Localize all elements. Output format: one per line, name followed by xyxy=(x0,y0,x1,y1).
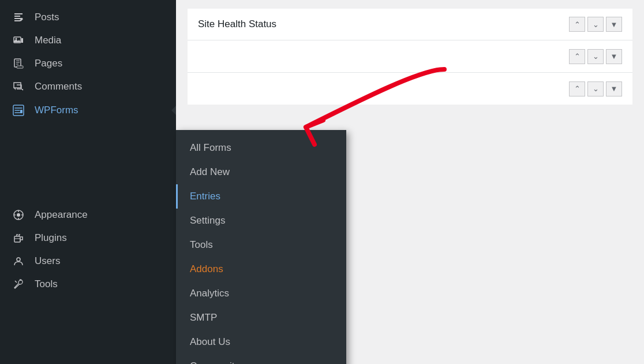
sidebar-item-wpforms[interactable]: WPForms xyxy=(0,98,176,122)
svg-rect-2 xyxy=(21,38,23,43)
submenu-item-community[interactable]: Community xyxy=(176,354,346,364)
widget-row-3: ⌃ ⌄ ▼ xyxy=(188,73,632,105)
users-icon xyxy=(10,255,27,267)
widget-row-site-health: Site Health Status ⌃ ⌄ ▼ xyxy=(188,9,632,40)
submenu-item-about-us[interactable]: About Us xyxy=(176,330,346,354)
sidebar-item-label-users: Users xyxy=(35,255,60,267)
widget-row-2: ⌃ ⌄ ▼ xyxy=(188,40,632,73)
widget2-move-up-btn[interactable]: ⌃ xyxy=(569,49,585,64)
widget-controls: ⌃ ⌄ ▼ xyxy=(569,17,622,32)
widget2-move-down-btn[interactable]: ⌄ xyxy=(587,49,604,64)
widget-move-up-btn[interactable]: ⌃ xyxy=(569,17,585,32)
svg-rect-6 xyxy=(20,110,23,113)
submenu-item-tools[interactable]: Tools xyxy=(176,233,346,257)
svg-rect-7 xyxy=(14,236,20,242)
appearance-icon xyxy=(10,209,27,221)
sidebar-item-label-appearance: Appearance xyxy=(35,209,88,221)
sidebar-item-label-tools: Tools xyxy=(35,278,58,290)
submenu-item-smtp[interactable]: SMTP xyxy=(176,306,346,330)
sidebar-item-label-plugins: Plugins xyxy=(35,232,67,244)
svg-rect-4 xyxy=(17,66,23,68)
sidebar-item-comments[interactable]: Comments xyxy=(0,75,176,98)
sidebar-item-label-pages: Pages xyxy=(35,58,62,69)
submenu-item-addons[interactable]: Addons xyxy=(176,257,346,281)
submenu-item-analytics[interactable]: Analytics xyxy=(176,281,346,306)
sidebar: Posts Media Pages xyxy=(0,0,176,364)
posts-icon xyxy=(10,12,27,23)
sidebar-item-media[interactable]: Media xyxy=(0,29,176,52)
widget-title-site-health: Site Health Status xyxy=(198,18,569,30)
sidebar-item-label-posts: Posts xyxy=(35,12,59,23)
widget3-toggle-btn[interactable]: ▼ xyxy=(606,81,622,96)
sidebar-item-plugins[interactable]: Plugins xyxy=(0,226,176,250)
submenu-item-add-new[interactable]: Add New xyxy=(176,160,346,184)
widget-toggle-btn[interactable]: ▼ xyxy=(606,17,622,32)
comments-icon xyxy=(10,81,27,92)
widget-controls-3: ⌃ ⌄ ▼ xyxy=(569,81,622,96)
sidebar-item-label-comments: Comments xyxy=(35,81,82,92)
widget3-move-up-btn[interactable]: ⌃ xyxy=(569,81,585,96)
plugins-icon xyxy=(10,232,27,244)
sidebar-item-posts[interactable]: Posts xyxy=(0,6,176,29)
widget3-move-down-btn[interactable]: ⌄ xyxy=(587,81,604,96)
svg-point-8 xyxy=(17,258,20,261)
tools-icon xyxy=(10,278,27,290)
widget2-toggle-btn[interactable]: ▼ xyxy=(606,49,622,64)
submenu-item-entries[interactable]: Entries xyxy=(176,184,346,209)
wpforms-icon xyxy=(10,104,27,117)
submenu-arrow xyxy=(171,106,176,115)
media-icon xyxy=(10,35,27,46)
sidebar-item-label-wpforms: WPForms xyxy=(35,105,78,116)
submenu-item-all-forms[interactable]: All Forms xyxy=(176,136,346,160)
pages-icon xyxy=(10,58,27,69)
widget-move-down-btn[interactable]: ⌄ xyxy=(587,17,604,32)
sidebar-item-users[interactable]: Users xyxy=(0,250,176,273)
sidebar-item-tools[interactable]: Tools xyxy=(0,273,176,296)
wpforms-submenu: All Forms Add New Entries Settings Tools… xyxy=(176,130,346,364)
widget-controls-2: ⌃ ⌄ ▼ xyxy=(569,49,622,64)
sidebar-item-pages[interactable]: Pages xyxy=(0,52,176,75)
sidebar-item-appearance[interactable]: Appearance xyxy=(0,203,176,226)
submenu-item-settings[interactable]: Settings xyxy=(176,209,346,233)
sidebar-item-label-media: Media xyxy=(35,35,61,46)
